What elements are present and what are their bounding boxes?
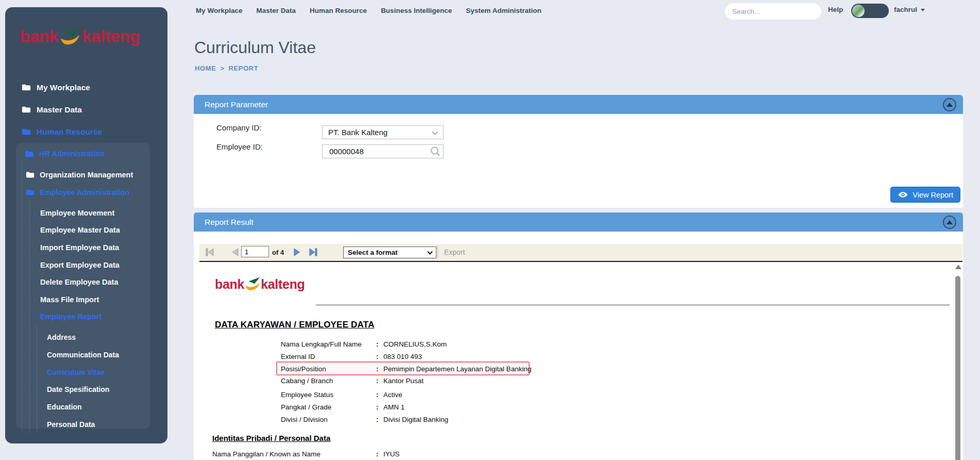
report-viewer-toolbar: of 4 Select a format Export [199,244,962,262]
view-report-button[interactable]: View Report [890,187,960,203]
sidebar-item-master-data[interactable]: Master Data [5,98,167,121]
data-row-grade: Pangkat / Grade:AMN 1 [281,401,448,414]
row-value: 083 010 493 [383,353,422,360]
first-page-icon[interactable] [206,248,214,256]
sidebar-logo: bank kalteng [20,26,140,47]
sidebar-item-hr-administration[interactable]: HR Administration [16,145,150,162]
sidebar-item-personal-data[interactable]: Personal Data [37,416,150,433]
collapse-arrow-icon [947,103,953,107]
row-colon: : [376,365,383,373]
sidebar-item-mass-file-import[interactable]: Mass File Import [30,291,150,308]
page-number-input[interactable] [241,246,269,257]
sidebar-item-label: Communication Data [47,351,119,359]
sidebar-item-export-employee-data[interactable]: Export Employee Data [30,256,150,274]
next-page-icon[interactable] [294,248,300,256]
collapse-arrow-icon [947,220,953,224]
employee-id-input[interactable] [328,146,423,156]
row-value: CORNELIUS,S.Kom [383,340,447,348]
data-row-employee-status: Employee Status:Active [281,389,448,401]
logo-text-bank: bank [215,277,244,292]
report-result-body: of 4 Select a format Export [194,232,963,460]
username: fachrul [894,6,917,13]
folder-icon [26,171,35,178]
chevron-down-icon [432,131,438,135]
collapse-panel-button[interactable] [943,216,956,229]
sidebar-item-education[interactable]: Education [37,398,150,416]
bank-kalteng-logo-icon [244,276,261,292]
row-value: IYUS [383,450,400,458]
sidebar-item-curriculum-vitae[interactable]: Curriculum Vitae [37,364,150,381]
row-colon: : [376,416,383,423]
data-row-division: Divisi / Division:Divisi Digital Banking [281,413,448,425]
data-row-known-as-name: Nama Panggilan / Known as Name:IYUS [212,448,400,460]
help-link[interactable]: Help [828,6,843,13]
report-result-header: Report Result [194,212,963,232]
report-parameter-body: Company ID: PT. Bank Kalteng Employee ID… [194,114,963,208]
sidebar-item-communication-data[interactable]: Communication Data [37,346,150,364]
employee-search-icon[interactable] [430,146,441,157]
company-id-label: Company ID: [216,123,262,132]
sidebar-item-employee-movement[interactable]: Employee Movement [30,204,150,222]
header-divider [316,304,950,306]
search-bar [725,3,821,20]
sidebar-item-employee-master-data[interactable]: Employee Master Data [30,222,150,239]
search-input[interactable] [731,7,824,16]
sidebar-item-label: Delete Employee Data [40,278,119,286]
sidebar-item-my-workplace[interactable]: My Workplace [5,76,167,98]
employee-administration-group: Employee Movement Employee Master Data I… [29,201,150,433]
collapse-panel-button[interactable] [943,98,956,111]
sidebar-item-address[interactable]: Address [37,328,150,346]
avatar[interactable] [851,4,889,18]
sidebar-item-employee-administration[interactable]: Employee Administration [22,184,150,201]
row-value: AMN 1 [383,403,404,411]
topnav-business-intelligence[interactable]: Business Intelligence [381,7,452,14]
sidebar-submenu-panel: HR Administration Organization Managemen… [16,143,150,429]
breadcrumb: HOME > REPORT [195,64,258,72]
sidebar-item-organization-management[interactable]: Organization Management [22,166,150,184]
user-menu[interactable]: fachrul [894,6,925,13]
sidebar-item-label: HR Administration [39,150,105,158]
sidebar-item-label: Organization Management [40,171,133,179]
company-id-select[interactable]: PT. Bank Kalteng [322,125,444,139]
report-result-panel: Report Result of 4 [194,212,963,460]
scrollbar-thumb[interactable] [955,276,960,460]
sidebar-item-label: Employee Master Data [40,226,120,234]
export-link[interactable]: Export [437,246,465,258]
row-value: Divisi Digital Banking [383,416,448,423]
view-report-label: View Report [913,191,953,199]
sidebar-item-label: Curriculum Vitae [47,368,105,376]
chevron-down-icon [921,9,925,11]
scroll-up-icon[interactable] [955,265,961,269]
topnav-my-workplace[interactable]: My Workplace [196,7,243,14]
logo-text-bank: bank [20,27,58,46]
breadcrumb-report[interactable]: REPORT [229,64,259,72]
last-page-icon[interactable] [309,248,317,256]
company-id-value: PT. Bank Kalteng [328,128,387,137]
breadcrumb-home[interactable]: HOME [195,64,216,72]
row-colon: : [376,353,383,360]
sidebar-item-delete-employee-data[interactable]: Delete Employee Data [30,273,150,291]
employee-data-rows-2: Employee Status:Active Pangkat / Grade:A… [281,389,448,425]
sidebar-item-import-employee-data[interactable]: Import Employee Data [30,239,150,256]
sidebar-item-date-spesification[interactable]: Date Spesification [37,381,150,399]
report-logo: bank kalteng [215,276,305,292]
topnav-system-administration[interactable]: System Administration [466,7,542,14]
report-scrollbar [954,262,962,460]
row-label: Nama Panggilan / Known as Name [212,450,376,458]
row-colon: : [376,450,383,458]
sidebar-item-label: Import Employee Data [40,243,119,252]
row-label: Nama Lengkap/Full Name [281,340,376,348]
data-row-position: Posisi/Position:Pemimpin Departemen Laya… [281,363,531,375]
sidebar-item-employee-report[interactable]: Employee Report [30,308,150,326]
sidebar-item-label: Employee Movement [40,209,114,217]
export-format-select[interactable]: Select a format [343,247,436,258]
app-root: My Workplace Master Data Human Resource … [0,0,980,460]
folder-icon [22,106,31,113]
topnav-master-data[interactable]: Master Data [257,7,296,14]
sidebar-item-human-resource[interactable]: Human Resource [5,121,167,143]
previous-page-icon[interactable] [232,248,239,256]
topnav-human-resource[interactable]: Human Resource [310,7,367,14]
employee-id-field [322,144,444,158]
row-colon: : [376,391,383,399]
avatar-image [852,5,865,17]
